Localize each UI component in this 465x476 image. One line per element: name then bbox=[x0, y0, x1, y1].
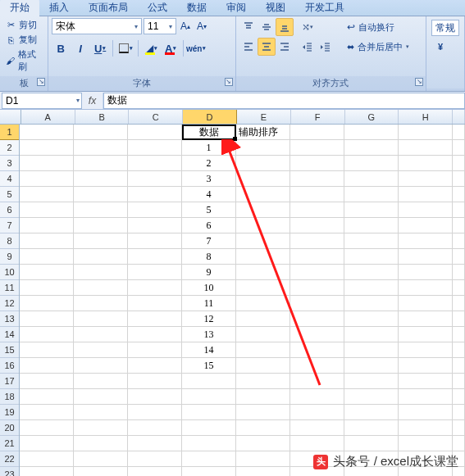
cell[interactable] bbox=[74, 327, 128, 342]
cell[interactable] bbox=[128, 296, 182, 311]
cell[interactable] bbox=[128, 202, 182, 218]
cell[interactable] bbox=[74, 233, 128, 249]
cell[interactable] bbox=[399, 389, 453, 405]
cell[interactable] bbox=[399, 420, 453, 436]
phonetic-button[interactable]: wén▾ bbox=[187, 39, 205, 57]
cell[interactable] bbox=[128, 358, 182, 374]
align-center-button[interactable] bbox=[258, 38, 276, 56]
cell[interactable] bbox=[344, 140, 399, 156]
cell[interactable] bbox=[344, 233, 399, 249]
cell[interactable] bbox=[20, 374, 74, 389]
row-header[interactable]: 21 bbox=[0, 436, 19, 451]
cell[interactable] bbox=[453, 280, 465, 296]
cell[interactable] bbox=[74, 311, 128, 327]
cell[interactable] bbox=[344, 187, 399, 202]
number-format-combo[interactable]: 常规 bbox=[431, 20, 459, 36]
cell[interactable] bbox=[453, 358, 465, 374]
font-launcher-icon[interactable]: ↘ bbox=[225, 78, 233, 86]
align-right-button[interactable] bbox=[276, 38, 294, 56]
col-header-d[interactable]: D bbox=[183, 110, 237, 124]
cell[interactable] bbox=[399, 187, 453, 202]
cell[interactable] bbox=[290, 171, 344, 187]
cell[interactable] bbox=[128, 342, 182, 358]
cell[interactable] bbox=[74, 451, 128, 467]
cell[interactable] bbox=[236, 296, 290, 311]
cell[interactable] bbox=[236, 187, 290, 202]
cell[interactable] bbox=[453, 327, 465, 342]
cell[interactable]: 辅助排序 bbox=[236, 125, 290, 140]
cell[interactable] bbox=[399, 296, 453, 311]
cell[interactable] bbox=[399, 218, 453, 233]
cell[interactable] bbox=[20, 467, 74, 476]
cell[interactable] bbox=[236, 171, 290, 187]
cell[interactable] bbox=[399, 202, 453, 218]
cell[interactable] bbox=[453, 233, 465, 249]
cell[interactable] bbox=[236, 342, 290, 358]
cell[interactable] bbox=[20, 265, 74, 280]
cell[interactable] bbox=[344, 280, 399, 296]
col-header-i[interactable] bbox=[453, 110, 465, 124]
col-header-c[interactable]: C bbox=[129, 110, 183, 124]
cell[interactable] bbox=[344, 420, 399, 436]
cell[interactable] bbox=[236, 451, 290, 467]
cell[interactable] bbox=[344, 327, 399, 342]
cell[interactable] bbox=[399, 327, 453, 342]
cell[interactable] bbox=[453, 140, 465, 156]
cell[interactable] bbox=[20, 233, 74, 249]
cell[interactable] bbox=[128, 265, 182, 280]
tab-insert[interactable]: 插入 bbox=[39, 0, 79, 16]
alignment-launcher-icon[interactable]: ↘ bbox=[415, 78, 423, 86]
cell[interactable] bbox=[182, 389, 236, 405]
select-all-corner[interactable] bbox=[0, 110, 21, 124]
cell[interactable] bbox=[236, 218, 290, 233]
cell[interactable]: 4 bbox=[182, 187, 236, 202]
cell[interactable] bbox=[20, 125, 74, 140]
cell[interactable] bbox=[236, 202, 290, 218]
cell[interactable] bbox=[453, 436, 465, 451]
row-header[interactable]: 18 bbox=[0, 389, 19, 405]
cell[interactable] bbox=[20, 280, 74, 296]
cell[interactable] bbox=[290, 374, 344, 389]
cell[interactable] bbox=[290, 280, 344, 296]
cell[interactable] bbox=[182, 451, 236, 467]
cell[interactable] bbox=[399, 125, 453, 140]
decrease-indent-button[interactable] bbox=[299, 38, 317, 56]
cell[interactable] bbox=[182, 374, 236, 389]
cell[interactable] bbox=[236, 156, 290, 171]
cell[interactable] bbox=[74, 436, 128, 451]
increase-font-button[interactable]: A▴ bbox=[178, 18, 193, 34]
cell[interactable] bbox=[344, 358, 399, 374]
align-top-button[interactable] bbox=[239, 18, 258, 36]
underline-button[interactable]: U▾ bbox=[91, 39, 109, 57]
cell[interactable] bbox=[74, 202, 128, 218]
cell[interactable] bbox=[20, 218, 74, 233]
cell[interactable] bbox=[344, 202, 399, 218]
col-header-f[interactable]: F bbox=[291, 110, 345, 124]
cell[interactable]: 8 bbox=[182, 249, 236, 265]
cell[interactable]: 10 bbox=[182, 280, 236, 296]
cell[interactable] bbox=[399, 265, 453, 280]
italic-button[interactable]: I bbox=[71, 39, 89, 57]
cell[interactable] bbox=[128, 327, 182, 342]
tab-page-layout[interactable]: 页面布局 bbox=[79, 0, 138, 16]
cell[interactable] bbox=[290, 342, 344, 358]
cell[interactable] bbox=[74, 140, 128, 156]
cell[interactable] bbox=[74, 420, 128, 436]
wrap-text-button[interactable]: ↩ 自动换行 bbox=[341, 18, 415, 36]
cell[interactable] bbox=[453, 296, 465, 311]
row-header[interactable]: 14 bbox=[0, 327, 19, 342]
cell[interactable] bbox=[20, 171, 74, 187]
cell[interactable] bbox=[290, 420, 344, 436]
cell[interactable] bbox=[344, 249, 399, 265]
cell[interactable] bbox=[290, 156, 344, 171]
cell[interactable] bbox=[128, 467, 182, 476]
cell[interactable] bbox=[20, 420, 74, 436]
font-color-button[interactable]: A ▾ bbox=[162, 39, 180, 57]
cell[interactable] bbox=[20, 249, 74, 265]
row-header[interactable]: 7 bbox=[0, 218, 19, 233]
row-header[interactable]: 1 bbox=[0, 125, 19, 140]
cell[interactable]: 数据 bbox=[182, 125, 236, 140]
cell[interactable] bbox=[74, 296, 128, 311]
cell[interactable] bbox=[453, 311, 465, 327]
cell[interactable] bbox=[20, 296, 74, 311]
